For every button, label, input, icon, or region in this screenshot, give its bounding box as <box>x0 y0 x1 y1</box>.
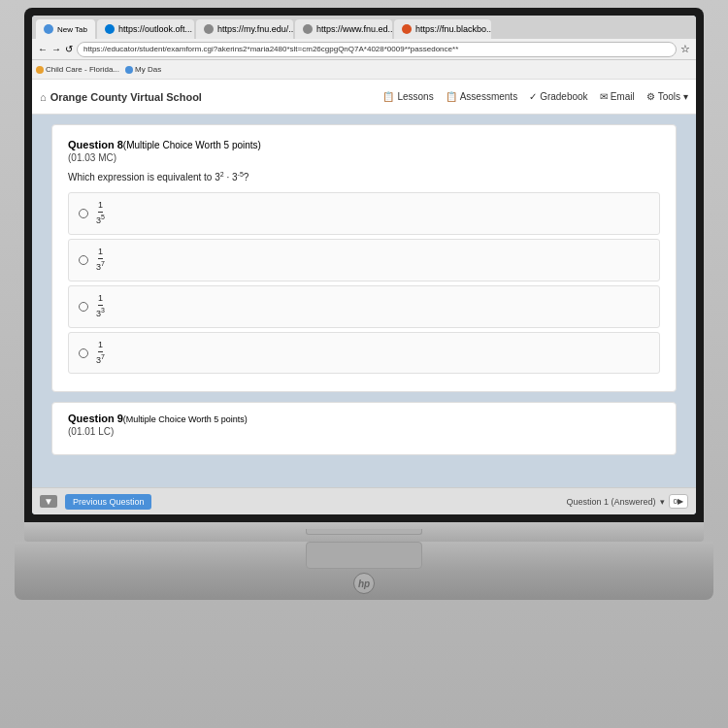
browser-tabs: New Tab https://outlook.oft... https://m… <box>32 16 696 39</box>
bookmark-childcare-icon <box>36 66 44 74</box>
tab-outlook[interactable]: https://outlook.oft... <box>97 19 194 39</box>
laptop-base: hp <box>15 542 713 600</box>
gradebook-label: Gradebook <box>540 91 587 102</box>
browser-window: New Tab https://outlook.oft... https://m… <box>32 16 696 514</box>
nav-refresh-button[interactable]: ↺ <box>65 44 73 54</box>
lms-nav: ⌂ Orange County Virtual School 📋 Lessons… <box>32 80 696 115</box>
lms-menu: 📋 Lessons 📋 Assessments ✓ Gradebook <box>382 91 688 102</box>
tab-blackboard[interactable]: https://fnu.blackbo... <box>394 19 491 39</box>
tab-active[interactable]: New Tab <box>36 19 95 39</box>
bookmark-childcare[interactable]: Child Care - Florida... <box>36 65 119 74</box>
hp-logo: hp <box>353 573 375 594</box>
fraction-d: 1 37 <box>96 341 105 366</box>
nav-back-button[interactable]: ← <box>38 44 48 54</box>
tab-fnu[interactable]: https://my.fnu.edu/... <box>196 19 293 39</box>
tab-label: New Tab <box>57 25 87 34</box>
tools-icon: ⚙ <box>646 91 655 102</box>
browser-toolbar: ← → ↺ https://educator/student/examform.… <box>32 39 696 60</box>
radio-c[interactable] <box>79 302 88 312</box>
url-bar[interactable]: https://educator/student/examform.cgi?ak… <box>77 42 677 57</box>
tab-bb-icon <box>402 24 412 34</box>
fraction-a-denominator: 35 <box>96 213 105 226</box>
radio-d[interactable] <box>79 348 88 358</box>
fraction-c-denominator: 33 <box>96 306 105 319</box>
laptop-shell: New Tab https://outlook.oft... https://m… <box>0 0 728 728</box>
radio-a[interactable] <box>79 209 88 218</box>
fraction-d-numerator: 1 <box>98 341 103 352</box>
tab-fnu2[interactable]: https://www.fnu.ed... <box>295 19 392 39</box>
fraction-b-denominator: 37 <box>96 259 105 273</box>
laptop-hinge-area <box>24 522 704 542</box>
answered-nav-icon: 0▶ <box>674 497 683 506</box>
trackpad[interactable] <box>306 542 422 569</box>
radio-b[interactable] <box>79 255 88 265</box>
screen: New Tab https://outlook.oft... https://m… <box>32 16 696 514</box>
tab-fnu-icon <box>204 24 214 34</box>
footer-right: Question 1 (Answered) ▾ 0▶ <box>567 494 689 509</box>
lessons-icon: 📋 <box>382 91 394 102</box>
question-8-card: Question 8(Multiple Choice Worth 5 point… <box>51 124 677 392</box>
email-label: Email <box>611 91 635 102</box>
fraction-b-numerator: 1 <box>98 248 103 259</box>
answer-option-d[interactable]: 1 37 <box>68 332 660 375</box>
nav-forward-button[interactable]: → <box>51 44 61 54</box>
tools-label: Tools <box>658 91 680 102</box>
bookmark-mydas-icon <box>125 66 133 74</box>
laptop-hinge <box>306 529 422 535</box>
menu-tools[interactable]: ⚙ Tools ▾ <box>646 91 688 102</box>
url-text: https://educator/student/examform.cgi?ak… <box>83 45 458 53</box>
tab-fnu2-label: https://www.fnu.ed... <box>316 24 392 34</box>
question-status-text: Question 1 (Answered) <box>567 497 656 507</box>
fraction-a: 1 35 <box>96 201 105 226</box>
bookmark-childcare-label: Child Care - Florida... <box>46 65 119 74</box>
lms-title: Orange County Virtual School <box>50 91 383 103</box>
main-content: Question 8(Multiple Choice Worth 5 point… <box>32 115 696 487</box>
fraction-a-numerator: 1 <box>98 201 103 213</box>
menu-gradebook[interactable]: ✓ Gradebook <box>529 91 587 102</box>
sidebar-toggle-icon[interactable]: ▼ <box>40 495 57 508</box>
tab-fnu2-icon <box>303 24 313 34</box>
fraction-c: 1 33 <box>96 294 105 319</box>
answer-option-a[interactable]: 1 35 <box>68 192 660 235</box>
answer-option-b[interactable]: 1 37 <box>68 239 660 281</box>
screen-bezel: New Tab https://outlook.oft... https://m… <box>24 8 704 522</box>
question-8-text: Which expression is equivalent to 32 · 3… <box>68 171 660 182</box>
status-dropdown-icon: ▾ <box>660 497 665 507</box>
menu-assessments[interactable]: 📋 Assessments <box>446 91 517 102</box>
previous-question-button[interactable]: Previous Question <box>65 494 152 510</box>
menu-lessons[interactable]: 📋 Lessons <box>382 91 433 102</box>
fraction-b: 1 37 <box>96 248 105 273</box>
tab-icon <box>44 24 53 34</box>
question-9-standard: (01.01 LC) <box>68 426 660 437</box>
bookmarks-bar: Child Care - Florida... My Das <box>32 60 696 80</box>
bookmark-star-icon[interactable]: ☆ <box>680 43 690 55</box>
question-9-card: Question 9(Multiple Choice Worth 5 point… <box>51 402 677 455</box>
fraction-c-numerator: 1 <box>98 294 103 306</box>
question-9-title: Question 9(Multiple Choice Worth 5 point… <box>68 413 660 424</box>
footer-bar: ▼ Previous Question Question 1 (Answered… <box>32 487 696 514</box>
question-8-standard: (01.03 MC) <box>68 152 660 163</box>
tab-outlook-icon <box>105 24 115 34</box>
answer-option-c[interactable]: 1 33 <box>68 285 660 328</box>
lessons-label: Lessons <box>397 91 433 102</box>
tab-bb-label: https://fnu.blackbo... <box>415 24 491 34</box>
assessments-icon: 📋 <box>446 91 457 102</box>
gradebook-icon: ✓ <box>529 91 537 102</box>
bookmark-mydas[interactable]: My Das <box>125 65 161 74</box>
bookmark-mydas-label: My Das <box>135 65 161 74</box>
tools-dropdown-icon: ▾ <box>683 91 688 102</box>
fraction-d-denominator: 37 <box>96 352 105 366</box>
answered-dropdown[interactable]: 0▶ <box>669 494 688 509</box>
menu-email[interactable]: ✉ Email <box>600 91 635 102</box>
tab-fnu-label: https://my.fnu.edu/... <box>217 24 293 34</box>
home-icon[interactable]: ⌂ <box>40 91 47 103</box>
question-8-title: Question 8(Multiple Choice Worth 5 point… <box>68 139 660 150</box>
assessments-label: Assessments <box>460 91 517 102</box>
email-icon: ✉ <box>600 91 608 102</box>
tab-outlook-label: https://outlook.oft... <box>118 24 192 34</box>
